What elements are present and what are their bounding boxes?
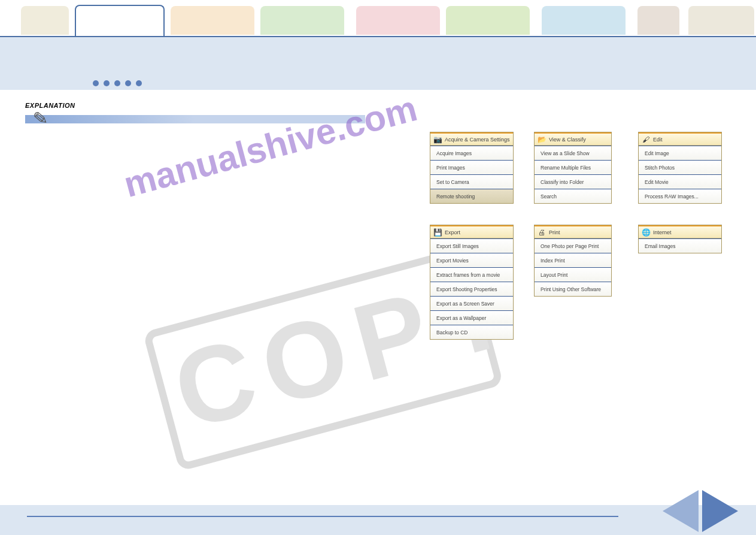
panel-acquire-header[interactable]: 📷 Acquire & Camera Settings: [430, 132, 513, 146]
menu-item-highlighted[interactable]: Remote shooting: [430, 189, 513, 203]
menu-item[interactable]: Print Images: [430, 160, 513, 174]
menu-item[interactable]: Email Images: [639, 238, 721, 253]
edit-icon: 🖌: [641, 135, 651, 144]
menu-item[interactable]: Export Shooting Properties: [430, 282, 513, 296]
dot-icon: [93, 80, 99, 86]
panel-print-header[interactable]: 🖨 Print: [535, 225, 611, 238]
content-area: EXPLANATION ✎ COPY manualshive.com 📷 Acq…: [0, 96, 756, 505]
menu-item[interactable]: Acquire Images: [430, 146, 513, 160]
menu-item[interactable]: Index Print: [535, 253, 611, 267]
footer: [0, 505, 756, 535]
banner: [0, 36, 756, 90]
tab-3[interactable]: [171, 6, 254, 35]
export-icon: 💾: [433, 228, 442, 237]
dot-icon: [114, 80, 120, 86]
menu-item[interactable]: Extract frames from a movie: [430, 267, 513, 282]
panel-export-title: Export: [445, 229, 460, 235]
tab-2-active[interactable]: [75, 5, 165, 36]
footer-line: [27, 516, 618, 517]
panel-internet: 🌐 Internet Email Images: [638, 225, 722, 253]
menu-item[interactable]: Rename Multiple Files: [535, 160, 611, 174]
next-page-button[interactable]: [702, 490, 738, 532]
menu-item[interactable]: Layout Print: [535, 267, 611, 282]
menu-item[interactable]: Classify into Folder: [535, 174, 611, 189]
menu-item[interactable]: View as a Slide Show: [535, 146, 611, 160]
globe-icon: 🌐: [641, 228, 651, 237]
dot-icon: [125, 80, 131, 86]
printer-icon: 🖨: [537, 228, 546, 237]
tab-1[interactable]: [21, 6, 69, 35]
nav-arrows: [663, 490, 738, 532]
menu-item[interactable]: Process RAW Images...: [639, 189, 721, 203]
panel-acquire-title: Acquire & Camera Settings: [445, 137, 510, 143]
menu-item[interactable]: Export Movies: [430, 253, 513, 267]
panel-print: 🖨 Print One Photo per Page Print Index P…: [534, 225, 612, 297]
menu-item[interactable]: Print Using Other Software: [535, 282, 611, 296]
menu-item[interactable]: Search: [535, 189, 611, 203]
menu-item[interactable]: Backup to CD: [430, 325, 513, 339]
panel-view-header[interactable]: 📂 View & Classify: [535, 132, 611, 146]
dot-icon: [136, 80, 142, 86]
watermark-site: manualshive.com: [120, 87, 421, 205]
menu-item[interactable]: Edit Movie: [639, 174, 721, 189]
explanation-bar: [25, 115, 365, 123]
panel-edit-header[interactable]: 🖌 Edit: [639, 132, 721, 146]
panel-export-header[interactable]: 💾 Export: [430, 225, 513, 238]
tab-7[interactable]: [542, 6, 626, 35]
panel-view-title: View & Classify: [549, 137, 586, 143]
prev-page-button[interactable]: [663, 490, 699, 532]
panel-internet-title: Internet: [653, 229, 672, 235]
menu-item[interactable]: Stitch Photos: [639, 160, 721, 174]
menu-item[interactable]: Set to Camera: [430, 174, 513, 189]
menu-item[interactable]: Edit Image: [639, 146, 721, 160]
pencil-icon: ✎: [32, 107, 49, 129]
menu-item[interactable]: Export Still Images: [430, 238, 513, 253]
dots-decoration: [93, 80, 142, 86]
tab-bar: [0, 0, 756, 36]
watermark-stamp: COPY: [124, 155, 606, 535]
panel-print-title: Print: [549, 229, 560, 235]
dot-icon: [104, 80, 110, 86]
menu-item[interactable]: Export as a Wallpaper: [430, 310, 513, 325]
tab-6[interactable]: [446, 6, 530, 35]
tab-8[interactable]: [637, 6, 679, 35]
tab-9[interactable]: [688, 6, 754, 35]
panel-edit-title: Edit: [653, 137, 663, 143]
panel-view: 📂 View & Classify View as a Slide Show R…: [534, 132, 612, 204]
menu-item[interactable]: One Photo per Page Print: [535, 238, 611, 253]
panel-edit: 🖌 Edit Edit Image Stitch Photos Edit Mov…: [638, 132, 722, 204]
panel-export: 💾 Export Export Still Images Export Movi…: [430, 225, 514, 340]
panel-internet-header[interactable]: 🌐 Internet: [639, 225, 721, 238]
panel-acquire: 📷 Acquire & Camera Settings Acquire Imag…: [430, 132, 514, 204]
camera-icon: 📷: [433, 135, 442, 144]
tab-4[interactable]: [260, 6, 344, 35]
menu-item[interactable]: Export as a Screen Saver: [430, 296, 513, 310]
folder-icon: 📂: [537, 135, 546, 144]
tab-5[interactable]: [356, 6, 440, 35]
